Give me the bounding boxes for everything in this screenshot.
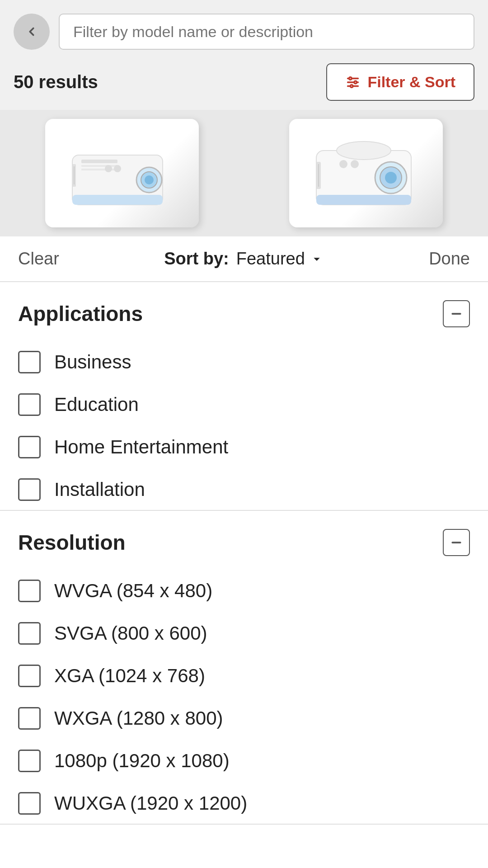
checkbox-wxga[interactable] xyxy=(18,707,41,730)
checkbox-home-entertainment[interactable] xyxy=(18,436,41,458)
svg-rect-8 xyxy=(81,165,117,167)
checkbox-installation[interactable] xyxy=(18,478,41,501)
svg-point-16 xyxy=(105,165,112,172)
resolution-section: Resolution WVGA (854 x 480) SVGA (800 x … xyxy=(0,511,488,825)
label-home-entertainment: Home Entertainment xyxy=(54,436,228,458)
back-button[interactable] xyxy=(14,14,50,50)
checkbox-education[interactable] xyxy=(18,393,41,416)
checkbox-svga[interactable] xyxy=(18,622,41,645)
done-button[interactable]: Done xyxy=(429,249,470,269)
option-wuxga[interactable]: WUXGA (1920 x 1200) xyxy=(18,782,470,824)
applications-collapse-button[interactable] xyxy=(443,300,470,327)
checkbox-1080p[interactable] xyxy=(18,750,41,772)
label-svga: SVGA (800 x 600) xyxy=(54,623,207,644)
checkbox-wuxga[interactable] xyxy=(18,792,41,815)
option-business[interactable]: Business xyxy=(18,341,470,383)
projector-svg-right xyxy=(303,128,429,218)
svg-point-4 xyxy=(354,81,357,84)
checkbox-business[interactable] xyxy=(18,351,41,373)
label-wvga: WVGA (854 x 480) xyxy=(54,580,212,602)
resolution-section-header: Resolution xyxy=(18,511,470,570)
label-wxga: WXGA (1280 x 800) xyxy=(54,708,223,729)
filter-icon xyxy=(345,75,361,90)
label-education: Education xyxy=(54,394,139,415)
chevron-left-icon xyxy=(25,25,38,38)
projector-svg-left xyxy=(59,128,185,218)
svg-point-12 xyxy=(145,175,154,184)
sort-value-text: Featured xyxy=(236,249,305,269)
svg-point-26 xyxy=(339,160,347,168)
sort-bar: Clear Sort by: Featured Done xyxy=(0,236,488,282)
option-xga[interactable]: XGA (1024 x 768) xyxy=(18,655,470,697)
minus-icon-resolution xyxy=(450,536,463,549)
option-home-entertainment[interactable]: Home Entertainment xyxy=(18,426,470,468)
chevron-down-icon xyxy=(310,252,324,266)
svg-rect-9 xyxy=(81,169,117,170)
applications-title: Applications xyxy=(18,302,143,326)
option-wvga[interactable]: WVGA (854 x 480) xyxy=(18,570,470,612)
minus-icon xyxy=(450,307,463,321)
label-xga: XGA (1024 x 768) xyxy=(54,665,205,687)
applications-section: Applications Business Education Home Ent… xyxy=(0,282,488,511)
label-1080p: 1080p (868 x 488) xyxy=(54,750,230,772)
svg-rect-7 xyxy=(81,160,117,163)
svg-point-22 xyxy=(385,172,397,184)
product-area xyxy=(0,110,488,236)
resolution-collapse-button[interactable] xyxy=(443,529,470,556)
label-wuxga: WUXGA (1920 x 1200) xyxy=(54,793,247,814)
label-business: Business xyxy=(54,351,131,373)
header xyxy=(0,0,488,59)
svg-rect-25 xyxy=(316,195,411,205)
checkbox-wvga[interactable] xyxy=(18,580,41,602)
projector-image-right xyxy=(289,119,443,227)
svg-point-27 xyxy=(351,160,359,168)
option-installation[interactable]: Installation xyxy=(18,468,470,510)
filter-panel: Applications Business Education Home Ent… xyxy=(0,282,488,868)
results-count: 50 results xyxy=(14,72,98,92)
clear-button[interactable]: Clear xyxy=(18,249,59,269)
option-wxga[interactable]: WXGA (1280 x 800) xyxy=(18,697,470,740)
option-svga[interactable]: SVGA (800 x 600) xyxy=(18,612,470,655)
sort-value-dropdown[interactable]: Featured xyxy=(236,249,324,269)
results-bar: 50 results Filter & Sort xyxy=(0,59,488,110)
filter-sort-label: Filter & Sort xyxy=(367,73,455,91)
resolution-title: Resolution xyxy=(18,530,126,555)
svg-point-17 xyxy=(114,165,121,172)
svg-point-5 xyxy=(351,85,353,87)
option-education[interactable]: Education xyxy=(18,383,470,426)
filter-sort-button[interactable]: Filter & Sort xyxy=(326,63,474,101)
search-input[interactable] xyxy=(59,14,474,50)
projector-image-left xyxy=(45,119,199,227)
svg-point-3 xyxy=(349,77,352,80)
applications-section-header: Applications xyxy=(18,282,470,341)
sort-by-label: Sort by: xyxy=(164,249,229,269)
label-installation: Installation xyxy=(54,479,145,500)
sort-middle: Sort by: Featured xyxy=(164,249,324,269)
svg-rect-15 xyxy=(72,195,163,205)
checkbox-xga[interactable] xyxy=(18,665,41,687)
svg-point-19 xyxy=(337,142,391,160)
option-1080p[interactable]: 1080p (868 x 488) xyxy=(18,740,470,782)
